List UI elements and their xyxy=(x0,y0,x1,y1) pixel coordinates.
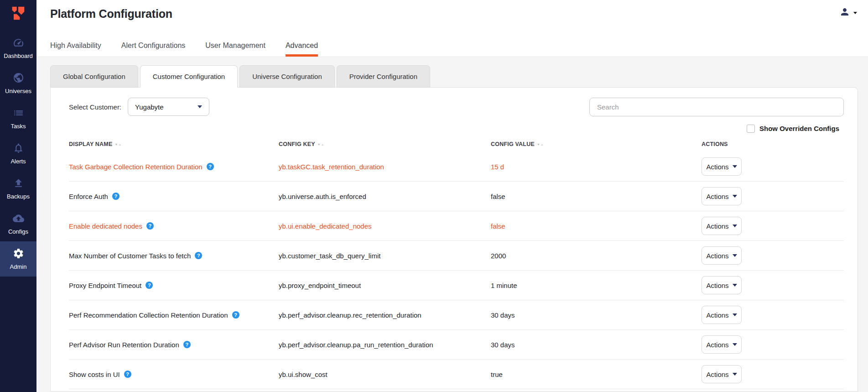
person-icon xyxy=(839,6,850,19)
sidebar-item-tasks[interactable]: Tasks xyxy=(0,101,36,136)
chevron-down-icon xyxy=(733,254,737,257)
actions-button[interactable]: Actions xyxy=(702,187,742,205)
subtab-provider-configuration[interactable]: Provider Configuration xyxy=(337,65,430,88)
tab-advanced[interactable]: Advanced xyxy=(286,42,318,57)
table-body: Task Garbage Collection Retention Durati… xyxy=(69,152,844,389)
topbar: Platform Configuration High Availability… xyxy=(36,0,868,57)
sort-icon[interactable]: ▼▲ xyxy=(317,143,325,146)
sidebar-item-configs[interactable]: Configs xyxy=(0,206,36,241)
chevron-down-icon xyxy=(733,373,737,376)
table-row: Perf Recommendation Collection Retention… xyxy=(69,300,844,330)
column-header-label: ACTIONS xyxy=(702,141,728,147)
actions-button-label: Actions xyxy=(706,311,728,319)
question-mark-icon[interactable]: ? xyxy=(146,222,154,230)
bell-icon xyxy=(13,142,24,156)
column-header-display-name[interactable]: DISPLAY NAME▼▲ xyxy=(69,141,279,147)
customer-select[interactable]: Yugabyte xyxy=(128,98,209,116)
config-subtabs: Global ConfigurationCustomer Configurati… xyxy=(50,65,858,87)
sidebar-item-label: Dashboard xyxy=(4,52,33,59)
display-name: Show costs in UI xyxy=(69,371,120,378)
config-value: 30 days xyxy=(491,311,515,319)
actions-button[interactable]: Actions xyxy=(702,157,742,176)
display-name-cell: Enforce Auth? xyxy=(69,193,279,200)
actions-cell: Actions xyxy=(702,365,844,383)
config-key-cell: yb.perf_advisor.cleanup.pa_run_retention… xyxy=(279,341,491,349)
display-name: Enforce Auth xyxy=(69,193,108,200)
column-header-config-key[interactable]: CONFIG KEY▼▲ xyxy=(279,141,491,147)
show-overridden-row: Show Overriden Configs xyxy=(69,124,844,133)
config-key: yb.proxy_endpoint_timeout xyxy=(279,282,361,289)
user-menu[interactable] xyxy=(839,6,857,19)
actions-button[interactable]: Actions xyxy=(702,365,742,383)
sidebar-nav: DashboardUniversesTasksAlertsBackupsConf… xyxy=(0,31,36,277)
column-header-config-value[interactable]: CONFIG VALUE▼▲ xyxy=(491,141,702,147)
sidebar-item-universes[interactable]: Universes xyxy=(0,66,36,101)
actions-button[interactable]: Actions xyxy=(702,276,742,294)
actions-button[interactable]: Actions xyxy=(702,335,742,354)
actions-cell: Actions xyxy=(702,306,844,324)
actions-cell: Actions xyxy=(702,335,844,354)
tab-high-availability[interactable]: High Availability xyxy=(50,42,101,57)
select-customer-wrap: Select Customer: Yugabyte xyxy=(69,98,209,116)
actions-cell: Actions xyxy=(702,217,844,235)
config-key: yb.ui.enable_dedicated_nodes xyxy=(279,222,372,230)
column-header-label: CONFIG KEY xyxy=(279,141,315,147)
sidebar-item-backups[interactable]: Backups xyxy=(0,171,36,206)
question-mark-icon[interactable]: ? xyxy=(207,163,214,170)
actions-button-label: Actions xyxy=(706,252,728,260)
chevron-down-icon xyxy=(733,343,737,346)
actions-button[interactable]: Actions xyxy=(702,246,742,265)
sidebar-item-alerts[interactable]: Alerts xyxy=(0,136,36,171)
show-overridden-checkbox[interactable] xyxy=(747,125,755,133)
subtab-global-configuration[interactable]: Global Configuration xyxy=(50,65,138,88)
select-customer-label: Select Customer: xyxy=(69,103,121,111)
question-mark-icon[interactable]: ? xyxy=(146,282,153,289)
display-name-cell: Proxy Endpoint Timeout? xyxy=(69,282,279,289)
customer-select-value: Yugabyte xyxy=(135,103,164,111)
yugabyte-logo-icon[interactable] xyxy=(9,4,27,22)
actions-cell: Actions xyxy=(702,276,844,294)
sort-icon[interactable]: ▼▲ xyxy=(537,143,544,146)
actions-cell: Actions xyxy=(702,187,844,205)
actions-button[interactable]: Actions xyxy=(702,217,742,235)
config-key-cell: yb.proxy_endpoint_timeout xyxy=(279,282,491,289)
display-name-cell: Perf Recommendation Collection Retention… xyxy=(69,311,279,319)
display-name-cell: Enable dedicated nodes? xyxy=(69,222,279,230)
question-mark-icon[interactable]: ? xyxy=(183,341,191,348)
display-name-cell: Perf Advisor Run Retention Duration? xyxy=(69,341,279,349)
display-name-cell: Max Number of Customer Tasks to fetch? xyxy=(69,252,279,260)
config-value: 15 d xyxy=(491,163,504,171)
config-key-cell: yb.customer_task_db_query_limit xyxy=(279,252,491,260)
config-key: yb.customer_task_db_query_limit xyxy=(279,252,380,260)
display-name: Enable dedicated nodes xyxy=(69,222,142,230)
config-key: yb.taskGC.task_retention_duration xyxy=(279,163,384,171)
subtab-customer-configuration[interactable]: Customer Configuration xyxy=(140,65,238,88)
chevron-down-icon xyxy=(198,105,202,108)
tab-user-management[interactable]: User Management xyxy=(205,42,265,57)
question-mark-icon[interactable]: ? xyxy=(232,311,239,319)
question-mark-icon[interactable]: ? xyxy=(112,193,120,200)
actions-cell: Actions xyxy=(702,246,844,265)
chevron-down-icon xyxy=(853,12,857,14)
config-value-cell: 30 days xyxy=(491,341,702,349)
customer-configuration-panel: Select Customer: Yugabyte Show Overriden… xyxy=(50,87,858,392)
actions-button[interactable]: Actions xyxy=(702,306,742,324)
sidebar-item-admin[interactable]: Admin xyxy=(0,241,36,277)
sort-icon[interactable]: ▼▲ xyxy=(114,143,122,146)
subtab-universe-configuration[interactable]: Universe Configuration xyxy=(239,65,335,88)
config-key-cell: yb.universe.auth.is_enforced xyxy=(279,193,491,200)
question-mark-icon[interactable]: ? xyxy=(195,252,202,259)
config-value: true xyxy=(491,371,503,378)
config-key-cell: yb.taskGC.task_retention_duration xyxy=(279,163,491,171)
config-value-cell: false xyxy=(491,193,702,200)
config-key: yb.ui.show_cost xyxy=(279,371,327,378)
question-mark-icon[interactable]: ? xyxy=(124,371,131,378)
config-key-cell: yb.ui.enable_dedicated_nodes xyxy=(279,222,491,230)
dashboard-icon xyxy=(13,37,24,50)
app-root: DashboardUniversesTasksAlertsBackupsConf… xyxy=(0,0,868,392)
sidebar-item-dashboard[interactable]: Dashboard xyxy=(0,31,36,66)
tab-alert-configurations[interactable]: Alert Configurations xyxy=(121,42,186,57)
search-input[interactable] xyxy=(589,98,844,116)
chevron-down-icon xyxy=(733,165,737,168)
table-row: Show costs in UI?yb.ui.show_costtrueActi… xyxy=(69,360,844,389)
